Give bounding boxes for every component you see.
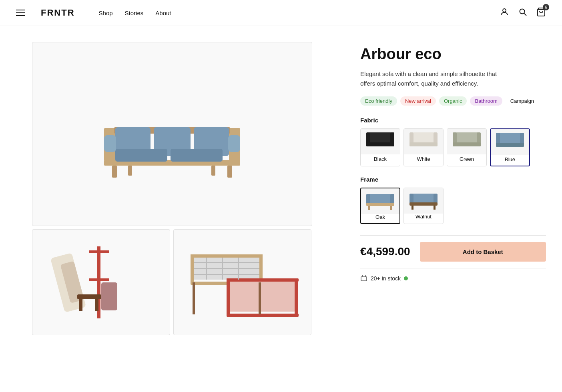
svg-line-2	[524, 14, 527, 16]
frame-options: Oak Walnut	[360, 188, 546, 224]
frame-walnut[interactable]: Walnut	[403, 188, 444, 224]
logo[interactable]: FRNTR	[41, 8, 75, 18]
svg-rect-37	[230, 282, 295, 312]
fabric-blue[interactable]: Blue	[490, 128, 530, 166]
svg-rect-6	[227, 166, 232, 178]
svg-rect-34	[227, 278, 230, 314]
svg-rect-73	[434, 206, 436, 210]
price-row: €4,599.00 Add to Basket	[360, 242, 546, 262]
fabric-black-label: Black	[361, 156, 400, 162]
tag-new-arrival[interactable]: New arrival	[400, 96, 436, 106]
fabric-blue-label: Blue	[491, 156, 529, 162]
thumbnail-1[interactable]	[32, 229, 170, 335]
tag-eco-friendly[interactable]: Eco friendly	[360, 96, 397, 106]
svg-rect-22	[89, 250, 109, 253]
svg-rect-67	[390, 206, 392, 210]
frame-oak[interactable]: Oak	[360, 188, 400, 224]
svg-rect-57	[453, 142, 481, 146]
svg-rect-61	[496, 143, 524, 147]
frame-oak-label: Oak	[361, 214, 399, 220]
add-to-basket-button[interactable]: Add to Basket	[420, 242, 546, 262]
product-description: Elegant sofa with a clean and simple sil…	[360, 69, 512, 88]
box-icon	[360, 275, 367, 282]
svg-rect-35	[295, 278, 298, 314]
account-icon[interactable]	[500, 7, 509, 18]
fabric-black-image	[361, 129, 400, 154]
svg-rect-74	[361, 277, 367, 281]
svg-rect-16	[171, 149, 223, 162]
stock-indicator	[404, 276, 408, 280]
stock-label: 20+ in stock	[371, 275, 401, 282]
svg-rect-30	[259, 254, 263, 282]
thumb2-illustration	[179, 238, 307, 326]
main-product-image	[32, 42, 312, 226]
svg-rect-24	[101, 282, 117, 310]
header: FRNTR Shop Stories About 6	[0, 0, 562, 26]
tag-bathroom[interactable]: Bathroom	[470, 96, 502, 106]
fabric-white[interactable]: White	[403, 128, 444, 166]
search-icon[interactable]	[518, 7, 528, 18]
svg-rect-49	[366, 142, 394, 146]
frame-walnut-label: Walnut	[404, 214, 443, 220]
fabric-green[interactable]: Green	[447, 128, 487, 166]
fabric-blue-image	[491, 129, 529, 155]
hamburger-menu[interactable]	[16, 10, 25, 16]
nav-stories[interactable]: Stories	[125, 10, 144, 16]
cart-icon[interactable]: 6	[536, 7, 546, 18]
thumbnail-2[interactable]	[173, 229, 311, 335]
product-price: €4,599.00	[360, 245, 410, 258]
product-title: Arbour eco	[360, 46, 546, 63]
svg-rect-26	[79, 299, 82, 311]
fabric-green-label: Green	[447, 156, 486, 162]
svg-rect-23	[89, 278, 109, 281]
nav-shop[interactable]: Shop	[99, 10, 113, 16]
svg-rect-7	[128, 166, 132, 176]
svg-rect-53	[409, 142, 438, 146]
main-nav: Shop Stories About	[99, 10, 171, 16]
svg-rect-28	[191, 254, 263, 258]
svg-rect-65	[366, 203, 394, 206]
product-images	[32, 42, 344, 335]
main-content: Arbour eco Elegant sofa with a clean and…	[0, 26, 562, 351]
svg-rect-45	[259, 282, 261, 314]
fabric-green-image	[447, 129, 486, 154]
divider-2	[360, 268, 546, 268]
thumb1-illustration	[45, 238, 157, 326]
fabric-options: Black White Green Blue	[360, 128, 546, 166]
frame-oak-image	[361, 188, 399, 214]
svg-rect-29	[191, 254, 194, 282]
svg-rect-8	[211, 166, 215, 176]
tag-organic[interactable]: Organic	[439, 96, 467, 106]
svg-rect-33	[227, 278, 299, 282]
svg-point-1	[520, 9, 525, 14]
tag-campaign[interactable]: Campaign	[506, 96, 539, 106]
frame-walnut-image	[404, 188, 443, 214]
product-details: Arbour eco Elegant sofa with a clean and…	[344, 42, 546, 335]
fabric-label: Fabric	[360, 117, 546, 124]
stock-row: 20+ in stock	[360, 275, 546, 282]
svg-rect-15	[115, 149, 167, 162]
header-right: 6	[500, 7, 546, 18]
svg-rect-36	[227, 314, 299, 317]
svg-rect-17	[104, 135, 116, 152]
cart-badge: 6	[543, 4, 549, 10]
svg-rect-5	[112, 166, 117, 178]
thumbnail-row	[32, 229, 344, 335]
nav-about[interactable]: About	[155, 10, 171, 16]
sofa-illustration	[88, 80, 256, 188]
svg-rect-72	[411, 206, 413, 210]
svg-point-0	[503, 9, 506, 12]
svg-rect-66	[368, 206, 370, 210]
svg-rect-18	[228, 135, 240, 152]
header-left: FRNTR Shop Stories About	[16, 8, 171, 18]
svg-rect-27	[95, 299, 98, 311]
fabric-white-image	[404, 129, 443, 154]
svg-rect-44	[193, 282, 195, 314]
svg-rect-25	[77, 294, 101, 299]
fabric-black[interactable]: Black	[360, 128, 400, 166]
svg-rect-71	[409, 202, 438, 206]
frame-label: Frame	[360, 176, 546, 183]
fabric-white-label: White	[404, 156, 443, 162]
product-tags: Eco friendly New arrival Organic Bathroo…	[360, 96, 546, 106]
divider	[360, 235, 546, 236]
